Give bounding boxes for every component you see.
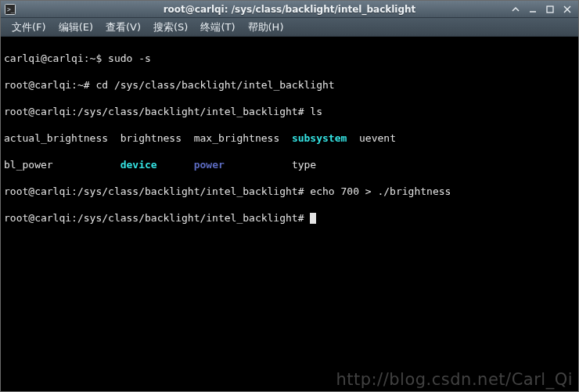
menubar: 文件(F) 编辑(E) 查看(V) 搜索(S) 终端(T) 帮助(H) <box>1 18 578 37</box>
ls-entry: brightness <box>120 132 194 144</box>
close-button[interactable] <box>561 3 574 16</box>
prompt: root@carlqi:/sys/class/backlight/intel_b… <box>4 185 310 197</box>
roll-up-button[interactable] <box>509 3 522 16</box>
menu-search[interactable]: 搜索(S) <box>147 19 194 36</box>
menu-view[interactable]: 查看(V) <box>99 19 147 36</box>
menu-file[interactable]: 文件(F) <box>5 19 52 36</box>
prompt: root@carlqi:/sys/class/backlight/intel_b… <box>4 106 310 117</box>
svg-rect-3 <box>547 6 553 13</box>
ls-entry: actual_brightness <box>4 132 120 144</box>
ls-row: actual_brightness brightness max_brightn… <box>4 131 575 145</box>
titlebar[interactable]: >_ root@carlqi: /sys/class/backlight/int… <box>1 1 578 18</box>
prompt: root@carlqi:/sys/class/backlight/intel_b… <box>4 212 310 224</box>
ls-entry: bl_power <box>4 159 120 171</box>
ls-entry-dir: power <box>194 159 225 171</box>
prompt-line: root@carlqi:/sys/class/backlight/intel_b… <box>4 211 575 225</box>
terminal-window: >_ root@carlqi: /sys/class/backlight/int… <box>0 0 579 392</box>
terminal-app-icon: >_ <box>4 3 16 16</box>
window-controls <box>509 3 578 16</box>
svg-text:>_: >_ <box>7 6 15 13</box>
ls-entry: uevent <box>359 132 396 144</box>
prompt-line: carlqi@carlqi:~$ sudo -s <box>4 52 575 65</box>
maximize-button[interactable] <box>544 3 556 16</box>
ls-entry-symlink: subsystem <box>292 132 347 144</box>
prompt-line: root@carlqi:~# cd /sys/class/backlight/i… <box>4 78 575 92</box>
minimize-button[interactable] <box>527 3 539 16</box>
command: sudo -s <box>108 52 151 64</box>
prompt: carlqi@carlqi:~$ <box>4 52 108 64</box>
command: ls <box>310 106 322 117</box>
menu-edit[interactable]: 编辑(E) <box>52 19 99 36</box>
prompt-line: root@carlqi:/sys/class/backlight/intel_b… <box>4 185 575 198</box>
menu-terminal[interactable]: 终端(T) <box>194 19 241 36</box>
ls-entry: type <box>292 159 316 171</box>
ls-entry-symlink: device <box>120 159 157 171</box>
cursor <box>310 213 316 224</box>
ls-row: bl_power device power type <box>4 158 575 171</box>
ls-entry: max_brightness <box>194 132 292 144</box>
window-title: root@carlqi: /sys/class/backlight/intel_… <box>1 4 578 15</box>
prompt: root@carlqi:~# <box>4 79 95 91</box>
prompt-line: root@carlqi:/sys/class/backlight/intel_b… <box>4 105 575 118</box>
terminal-viewport[interactable]: carlqi@carlqi:~$ sudo -s root@carlqi:~# … <box>1 37 578 391</box>
menu-help[interactable]: 帮助(H) <box>242 19 290 36</box>
command: cd /sys/class/backlight/intel_backlight <box>95 79 334 91</box>
command: echo 700 > ./brightness <box>310 185 451 197</box>
